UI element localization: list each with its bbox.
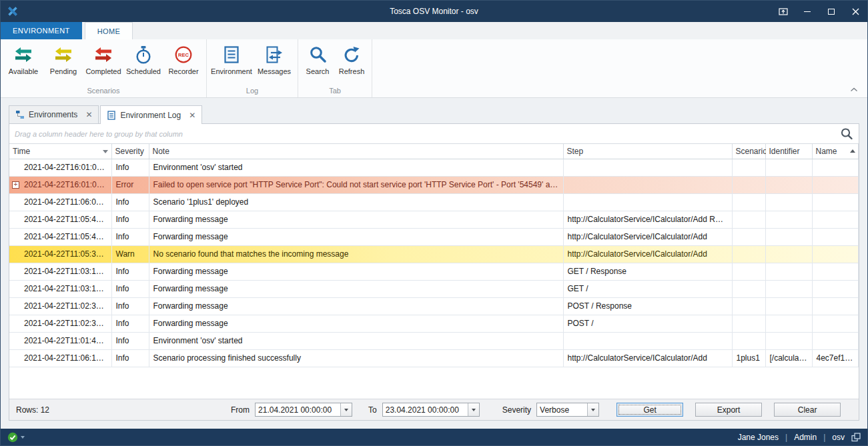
pin-window-button[interactable] <box>771 1 795 22</box>
status-ok-icon <box>7 432 18 443</box>
ribbon-tab-strip: ENVIRONMENT HOME <box>1 22 867 39</box>
table-row[interactable]: 2021-04-22T11:02:30.861InfoForwarding me… <box>9 315 859 332</box>
to-label: To <box>368 405 377 415</box>
column-header-name[interactable]: Name <box>812 144 859 159</box>
pending-label: Pending <box>50 67 77 75</box>
log-table: Time Severity Note Step Scenario Identif… <box>9 144 859 367</box>
statusbar: Jane Jones | Admin | osv <box>1 429 867 445</box>
titlebar: Tosca OSV Monitor - osv <box>1 1 867 22</box>
status-environment: osv <box>832 433 845 442</box>
severity-editor <box>536 403 599 417</box>
status-role: Admin <box>794 433 817 442</box>
to-date-dropdown-button[interactable] <box>468 403 479 416</box>
tab-environments-close-icon[interactable]: ✕ <box>85 111 92 119</box>
status-user: Jane Jones <box>738 433 779 442</box>
table-row[interactable]: 2021-04-22T11:02:31.040InfoForwarding me… <box>9 297 859 315</box>
refresh-button[interactable]: Refresh <box>334 39 369 75</box>
window-controls <box>771 1 867 22</box>
severity-input[interactable] <box>537 403 587 416</box>
column-header-note[interactable]: Note <box>149 144 563 159</box>
statusbar-right: Jane Jones | Admin | osv <box>738 433 861 442</box>
connection-status[interactable] <box>7 432 25 443</box>
svg-text:REC: REC <box>178 52 189 58</box>
table-row[interactable]: 2021-04-22T11:03:12.848InfoForwarding me… <box>9 263 859 280</box>
column-header-step[interactable]: Step <box>563 144 732 159</box>
table-row[interactable]: 2021-04-22T11:03:12.690InfoForwarding me… <box>9 280 859 297</box>
table-row[interactable]: 2021-04-22T11:06:15.605InfoScenario proc… <box>9 349 859 367</box>
export-button[interactable]: Export <box>695 403 762 417</box>
minimize-button[interactable] <box>795 1 819 22</box>
table-row[interactable]: 2021-04-22T11:05:46.038InfoForwarding me… <box>9 228 859 245</box>
tab-environment-log[interactable]: Environment Log ✕ <box>100 105 202 124</box>
available-button[interactable]: Available <box>3 39 43 75</box>
filter-footer: Rows: 12 From To Severity Get Export <box>9 399 859 420</box>
tab-environment-log-close-icon[interactable]: ✕ <box>189 111 195 119</box>
group-label-log: Log <box>209 87 295 97</box>
document-tabs: Environments ✕ Environment Log ✕ <box>9 105 859 123</box>
expand-row-icon[interactable]: + <box>12 181 19 189</box>
record-icon: REC <box>173 44 193 65</box>
from-date-editor <box>255 403 352 417</box>
table-row[interactable]: 2021-04-22T11:01:42.744InfoEnvironment '… <box>9 332 859 349</box>
tab-environments[interactable]: Environments ✕ <box>9 105 99 123</box>
search-button[interactable]: Search <box>301 39 334 75</box>
close-button[interactable] <box>843 1 867 22</box>
from-date-input[interactable] <box>256 403 340 416</box>
status-caret-icon <box>21 436 25 439</box>
pending-button[interactable]: Pending <box>43 39 83 75</box>
collapse-ribbon-button[interactable] <box>850 83 858 95</box>
group-by-hint: Drag a column header here to group by th… <box>15 130 183 138</box>
refresh-label: Refresh <box>339 67 365 75</box>
search-icon <box>308 44 328 65</box>
to-date-input[interactable] <box>383 403 468 416</box>
column-header-identifier[interactable]: Identifier <box>765 144 812 159</box>
table-row[interactable]: 2021-04-22T16:01:00.279InfoEnvironment '… <box>9 159 859 176</box>
clear-button[interactable]: Clear <box>774 403 841 417</box>
table-row[interactable]: 2021-04-22T11:06:08.523InfoScenario '1pl… <box>9 193 859 211</box>
environment-stack-icon <box>851 433 861 442</box>
column-header-scenario[interactable]: Scenario <box>732 144 765 159</box>
completed-label: Completed <box>85 67 121 75</box>
scroll-up-icon[interactable] <box>850 149 855 153</box>
maximize-button[interactable] <box>819 1 843 22</box>
rows-count: Rows: 12 <box>16 405 49 415</box>
from-date-dropdown-button[interactable] <box>340 403 352 416</box>
recorder-button[interactable]: REC Recorder <box>163 39 203 75</box>
swap-arrows-yellow-icon <box>53 44 73 65</box>
refresh-icon <box>342 44 362 65</box>
log-messages-button[interactable]: Messages <box>254 39 295 75</box>
tab-environments-label: Environments <box>29 110 77 119</box>
group-label-tab: Tab <box>301 87 369 97</box>
severity-dropdown-button[interactable] <box>587 403 598 416</box>
log-document-icon <box>222 44 242 65</box>
search-label: Search <box>306 67 330 75</box>
completed-button[interactable]: Completed <box>83 39 123 75</box>
column-header-severity[interactable]: Severity <box>111 144 149 159</box>
ribbon: Available Pending Completed <box>1 39 867 98</box>
window-title: Tosca OSV Monitor - osv <box>1 7 867 16</box>
environments-tree-icon <box>15 110 25 119</box>
tab-home[interactable]: HOME <box>85 22 133 39</box>
minimize-icon <box>804 11 811 12</box>
scheduled-button[interactable]: Scheduled <box>123 39 163 75</box>
grid-empty-area <box>9 367 859 399</box>
table-row-warn[interactable]: 2021-04-22T11:05:34.043WarnNo scenario f… <box>9 245 859 263</box>
maximize-icon <box>828 9 835 15</box>
status-separator: | <box>785 433 787 442</box>
table-row[interactable]: 2021-04-22T11:05:46.097InfoForwarding me… <box>9 211 859 228</box>
table-row-error[interactable]: +2021-04-22T16:01:00.157ErrorFailed to o… <box>9 176 859 193</box>
ribbon-group-scenarios: Available Pending Completed <box>1 39 207 97</box>
app-logo-icon <box>7 6 18 17</box>
status-separator: | <box>823 433 825 442</box>
get-button[interactable]: Get <box>616 403 683 417</box>
column-header-time[interactable]: Time <box>9 144 111 159</box>
log-environment-label: Environment <box>211 67 252 75</box>
messages-sync-icon <box>264 44 284 65</box>
log-environment-button[interactable]: Environment <box>209 39 254 75</box>
tab-environment[interactable]: ENVIRONMENT <box>1 22 82 39</box>
grid-search-icon[interactable] <box>840 127 853 141</box>
group-by-bar[interactable]: Drag a column header here to group by th… <box>9 124 859 144</box>
sort-desc-icon <box>103 150 108 153</box>
severity-label: Severity <box>502 405 531 415</box>
app-window: Tosca OSV Monitor - osv ENVIRONMENT HOME <box>0 0 868 446</box>
